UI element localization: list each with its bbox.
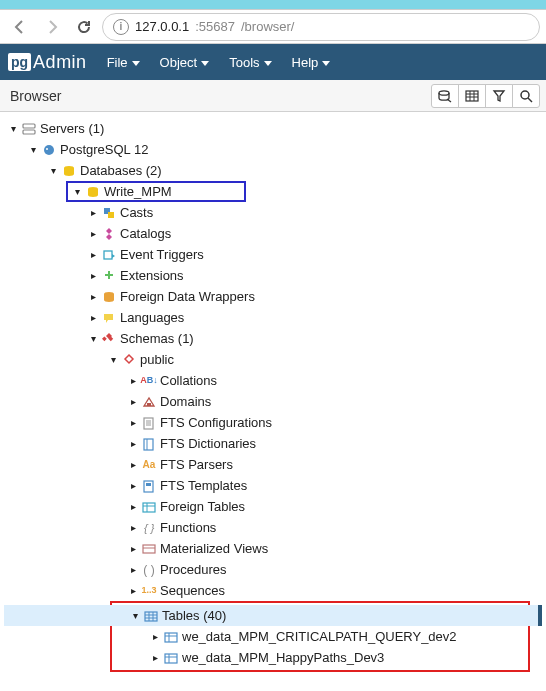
chevron-right-icon[interactable]: ▸ [86, 313, 100, 323]
svg-rect-13 [147, 403, 151, 406]
menu-tools-label: Tools [229, 55, 259, 70]
menu-file[interactable]: File [97, 44, 150, 80]
chevron-right-icon[interactable]: ▸ [126, 523, 140, 533]
chevron-right-icon[interactable]: ▸ [126, 376, 140, 386]
chevron-down-icon[interactable]: ▾ [6, 124, 20, 134]
tree-database-writempm[interactable]: ▾ Write_MPM [4, 181, 542, 202]
tree-fts-conf[interactable]: ▸ FTS Configurations [4, 412, 542, 433]
view-data-button[interactable] [458, 84, 486, 108]
elephant-icon [40, 143, 58, 157]
chevron-right-icon[interactable]: ▸ [148, 632, 162, 642]
tree-procedures[interactable]: ▸ ( ) Procedures [4, 559, 542, 580]
fts-parser-icon: Aa [140, 460, 158, 470]
app-menu-bar: pgAdmin File Object Tools Help [0, 44, 546, 80]
tree-domains[interactable]: ▸ Domains [4, 391, 542, 412]
menu-tools[interactable]: Tools [219, 44, 281, 80]
chevron-right-icon[interactable]: ▸ [126, 586, 140, 596]
url-path: /browser/ [241, 19, 294, 34]
chevron-down-icon[interactable]: ▾ [46, 166, 60, 176]
nav-forward-button[interactable] [38, 13, 66, 41]
tree-table-2[interactable]: ▸ we_data_MPM_HappyPaths_Dev3 [112, 647, 528, 668]
tree-catalogs[interactable]: ▸ Catalogs [4, 223, 542, 244]
schemas-icon [100, 332, 118, 346]
tree-extensions[interactable]: ▸ Extensions [4, 265, 542, 286]
svg-rect-16 [144, 481, 153, 492]
filter-button[interactable] [485, 84, 513, 108]
chevron-right-icon[interactable]: ▸ [126, 502, 140, 512]
svg-rect-1 [466, 91, 478, 101]
nav-back-button[interactable] [6, 13, 34, 41]
tree-schema-public[interactable]: ▾ public [4, 349, 542, 370]
svg-rect-21 [145, 612, 157, 621]
chevron-right-icon[interactable]: ▸ [86, 271, 100, 281]
foreign-table-icon [140, 500, 158, 514]
chevron-down-icon [201, 61, 209, 66]
tree-label: FTS Configurations [158, 416, 272, 429]
tree-schemas[interactable]: ▾ Schemas (1) [4, 328, 542, 349]
chevron-right-icon[interactable]: ▸ [126, 544, 140, 554]
tree-fts-templates[interactable]: ▸ FTS Templates [4, 475, 542, 496]
tree-label: FTS Dictionaries [158, 437, 256, 450]
tree-servers[interactable]: ▾ Servers (1) [4, 118, 542, 139]
table-icon [162, 630, 180, 644]
tree-mat-views[interactable]: ▸ Materialized Views [4, 538, 542, 559]
chevron-right-icon[interactable]: ▸ [148, 653, 162, 663]
tree-label: FTS Templates [158, 479, 247, 492]
menu-help[interactable]: Help [282, 44, 341, 80]
schema-icon [120, 353, 138, 367]
chevron-right-icon[interactable]: ▸ [126, 439, 140, 449]
chevron-right-icon[interactable]: ▸ [126, 565, 140, 575]
chevron-down-icon[interactable]: ▾ [128, 611, 142, 621]
fts-template-icon [140, 479, 158, 493]
chevron-right-icon[interactable]: ▸ [126, 481, 140, 491]
tree-label: Collations [158, 374, 217, 387]
tree-label: Procedures [158, 563, 226, 576]
chevron-down-icon[interactable]: ▾ [70, 187, 84, 197]
chevron-right-icon[interactable]: ▸ [86, 292, 100, 302]
tree-fts-parsers[interactable]: ▸ Aa FTS Parsers [4, 454, 542, 475]
svg-text:{ }: { } [144, 522, 155, 534]
tree-databases[interactable]: ▾ Databases (2) [4, 160, 542, 181]
tree-fdw[interactable]: ▸ Foreign Data Wrappers [4, 286, 542, 307]
chevron-down-icon[interactable]: ▾ [26, 145, 40, 155]
tree-fts-dict[interactable]: ▸ FTS Dictionaries [4, 433, 542, 454]
site-info-icon[interactable]: i [113, 19, 129, 35]
tree-sequences[interactable]: ▸ 1..3 Sequences [4, 580, 542, 601]
query-tool-button[interactable] [431, 84, 459, 108]
fts-config-icon [140, 416, 158, 430]
menu-object[interactable]: Object [150, 44, 220, 80]
tree-languages[interactable]: ▸ Languages [4, 307, 542, 328]
svg-rect-10 [108, 212, 114, 218]
svg-rect-4 [23, 130, 35, 134]
tree-table-1[interactable]: ▸ we_data_MPM_CRITICALPATH_QUERY_dev2 [112, 626, 528, 647]
tree-event-triggers[interactable]: ▸ Event Triggers [4, 244, 542, 265]
tree-server-pg[interactable]: ▾ PostgreSQL 12 [4, 139, 542, 160]
tree-functions[interactable]: ▸ { } Functions [4, 517, 542, 538]
svg-point-5 [44, 145, 54, 155]
chevron-right-icon[interactable]: ▸ [86, 208, 100, 218]
tree-label: Domains [158, 395, 211, 408]
annotation-highlight-db: ▾ Write_MPM [66, 181, 246, 202]
tree-foreign-tables[interactable]: ▸ Foreign Tables [4, 496, 542, 517]
database-group-icon [60, 164, 78, 178]
tree-tables[interactable]: ▾ Tables (40) [4, 605, 542, 626]
chevron-right-icon[interactable]: ▸ [86, 250, 100, 260]
panel-toolbar [431, 84, 540, 108]
chevron-down-icon[interactable]: ▾ [86, 334, 100, 344]
chevron-down-icon[interactable]: ▾ [106, 355, 120, 365]
chevron-right-icon[interactable]: ▸ [86, 229, 100, 239]
tree-label: Event Triggers [118, 248, 204, 261]
url-field[interactable]: i 127.0.0.1:55687/browser/ [102, 13, 540, 41]
search-button[interactable] [512, 84, 540, 108]
tree-collations[interactable]: ▸ AB↓ Collations [4, 370, 542, 391]
panel-header: Browser [0, 80, 546, 112]
nav-reload-button[interactable] [70, 13, 98, 41]
casts-icon [100, 206, 118, 220]
tree-casts[interactable]: ▸ Casts [4, 202, 542, 223]
app-logo[interactable]: pgAdmin [2, 52, 97, 73]
chevron-right-icon[interactable]: ▸ [126, 397, 140, 407]
menu-file-label: File [107, 55, 128, 70]
tree-label: Functions [158, 521, 216, 534]
chevron-right-icon[interactable]: ▸ [126, 418, 140, 428]
chevron-right-icon[interactable]: ▸ [126, 460, 140, 470]
